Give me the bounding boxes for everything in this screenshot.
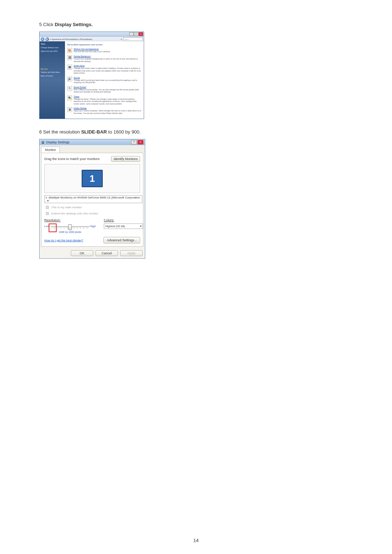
sidebar-taskbar[interactable]: Taskbar and Start Menu xyxy=(41,71,64,74)
item-sounds[interactable]: 🔊 Sounds Change which sounds are heard w… xyxy=(67,77,142,84)
tab-monitor[interactable]: Monitor xyxy=(41,147,60,153)
item-window-color[interactable]: 🎨 Window Color and Appearance Fine tune … xyxy=(67,48,142,53)
monitor-1[interactable]: 1 xyxy=(82,170,103,187)
forward-icon[interactable]: ► xyxy=(45,37,49,41)
drag-instruction: Drag the icons to match your monitors. xyxy=(44,157,101,161)
identify-monitors-button[interactable]: Identify Monitors xyxy=(111,156,140,162)
sidebar-seealso-heading: See also xyxy=(41,68,64,70)
step6-post: to 1600 by 900. xyxy=(108,129,141,135)
maximize-button[interactable]: ▭ xyxy=(134,32,138,36)
monitor-icon: 💻 xyxy=(67,65,72,70)
display-icon: 🖥 xyxy=(41,140,45,144)
colors-select[interactable]: Highest (32 bit) ▾ xyxy=(104,223,143,229)
step6-instruction: 6 Set the resolution SLIDE-BAR to 1600 b… xyxy=(39,129,353,135)
advanced-settings-button[interactable]: Advanced Settings... xyxy=(103,237,140,243)
item-label: Mouse Pointers xyxy=(74,86,142,88)
item-label: Theme xyxy=(74,95,142,98)
item-desc: Pick a different mouse pointer. You can … xyxy=(74,89,142,93)
slider-low-label: Low xyxy=(44,225,50,228)
item-label: Sounds xyxy=(74,77,142,79)
close-button[interactable]: × xyxy=(138,140,143,144)
item-desc: Change the theme. Themes can change a wi… xyxy=(74,98,142,105)
slider-caption: 1600 by 1000 pixels xyxy=(44,231,96,233)
item-desc: Adjust your monitor resolution, which ch… xyxy=(74,110,142,114)
palette-icon: 🎨 xyxy=(67,48,72,53)
slider-thumb[interactable] xyxy=(68,224,72,230)
titlebar: 🖥 Display Settings ? × xyxy=(40,139,145,145)
chk-main-monitor-input xyxy=(46,206,49,209)
item-theme[interactable]: 🎭 Theme Change the theme. Themes can cha… xyxy=(67,95,142,105)
main-title: Personalize appearance and sounds xyxy=(67,44,142,46)
breadcrumb[interactable]: ▸ Appearance and Personalization ▸ Perso… xyxy=(50,38,120,40)
resolution-slider[interactable]: Low High xyxy=(44,223,96,230)
step5-number: 5 xyxy=(39,22,42,27)
cancel-button[interactable]: Cancel xyxy=(95,250,118,256)
help-button[interactable]: ? xyxy=(131,140,137,144)
resolution-label: Resolution: xyxy=(44,218,96,222)
monitor-select[interactable]: 1. (Multiple Monitors) on NVIDIA GeForce… xyxy=(44,195,142,203)
speaker-icon: 🔊 xyxy=(67,77,72,82)
chk-main-monitor: This is my main monitor xyxy=(44,205,140,210)
item-screen-saver[interactable]: 💻 Screen Saver Change your screen saver … xyxy=(67,65,142,74)
item-label: Display Settings xyxy=(74,107,142,109)
sidebar-ease[interactable]: Ease of Access xyxy=(41,75,64,77)
chk-extend-desktop-input xyxy=(46,212,49,215)
sidebar-tasks-heading: Tasks xyxy=(41,43,64,45)
item-label: Screen Saver xyxy=(74,65,142,67)
cursor-icon: ↖ xyxy=(67,86,72,91)
sidebar: Tasks Change desktop icons Adjust font s… xyxy=(40,41,65,119)
colors-label: Colors: xyxy=(104,218,140,222)
sidebar-adjust-font[interactable]: Adjust font size (DPI) xyxy=(41,50,64,53)
display-settings-window: 🖥 Display Settings ? × Monitor Drag the … xyxy=(39,139,145,259)
page-number: 14 xyxy=(0,538,392,543)
step6-pre: Set the resolution xyxy=(43,129,81,135)
step5-pre: Click xyxy=(43,22,55,27)
step6-bold: SLIDE-BAR xyxy=(81,129,107,135)
step5-instruction: 5 Click Display Settings. xyxy=(39,22,353,27)
picture-icon: 🖼 xyxy=(67,55,72,60)
chk-extend-desktop: Extend the desktop onto this monitor xyxy=(44,211,140,216)
slider-high-label: High xyxy=(90,225,96,228)
theme-icon: 🎭 xyxy=(67,95,72,100)
close-button[interactable]: × xyxy=(139,32,143,36)
item-desc: Change your screen saver or adjust when … xyxy=(74,67,142,74)
address-bar: ◄ ► ▸ Appearance and Personalization ▸ P… xyxy=(40,37,144,41)
monitor-arrangement-area[interactable]: 1 xyxy=(44,164,140,193)
help-link[interactable]: How do I get the best display? xyxy=(44,239,83,242)
search-input[interactable]: Search xyxy=(123,37,143,41)
item-desc: Choose from available backgrounds or col… xyxy=(74,58,142,62)
main-panel: Personalize appearance and sounds 🎨 Wind… xyxy=(65,41,144,119)
back-icon[interactable]: ◄ xyxy=(41,37,44,41)
item-desktop-background[interactable]: 🖼 Desktop Background Choose from availab… xyxy=(67,55,142,62)
sidebar-change-icons[interactable]: Change desktop icons xyxy=(41,46,64,49)
item-desc: Change which sounds are heard when you d… xyxy=(74,79,142,84)
ok-button[interactable]: OK xyxy=(71,250,93,256)
item-label: Desktop Background xyxy=(74,55,142,57)
minimize-button[interactable]: – xyxy=(129,32,134,36)
item-display-settings[interactable]: 🖥 Display Settings Adjust your monitor r… xyxy=(67,107,142,114)
window-title: Display Settings xyxy=(46,140,70,144)
apply-button[interactable]: Apply xyxy=(120,250,143,256)
step5-bold: Display Settings. xyxy=(55,22,93,27)
titlebar: – ▭ × xyxy=(40,32,144,37)
personalization-window: – ▭ × ◄ ► ▸ Appearance and Personalizati… xyxy=(39,32,144,119)
item-desc: Fine tune the color and style of your wi… xyxy=(74,50,110,53)
display-icon: 🖥 xyxy=(67,107,72,112)
item-mouse-pointers[interactable]: ↖ Mouse Pointers Pick a different mouse … xyxy=(67,86,142,93)
step6-number: 6 xyxy=(39,129,42,135)
item-label: Window Color and Appearance xyxy=(74,48,110,50)
